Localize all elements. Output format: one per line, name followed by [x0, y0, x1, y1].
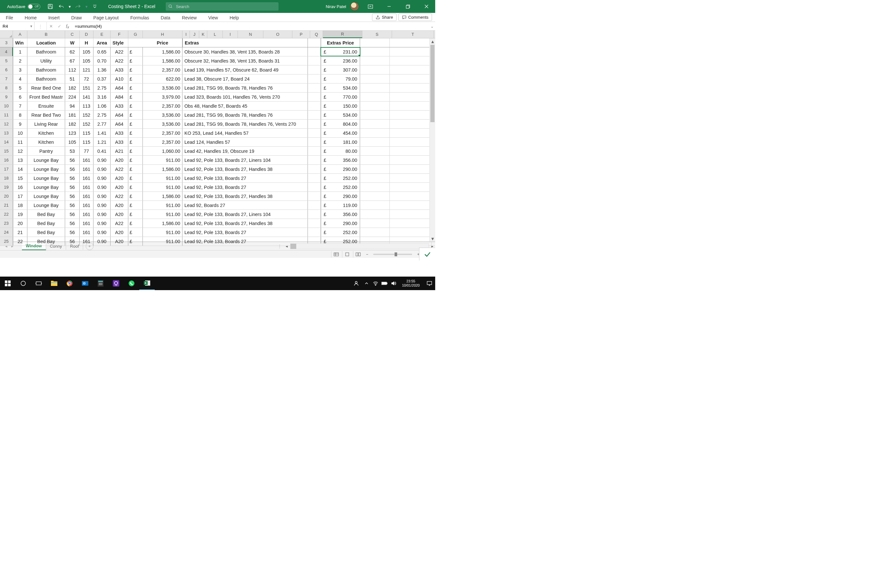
cell-blank[interactable] — [308, 228, 321, 237]
cell-location[interactable]: Lounge Bay — [27, 192, 65, 201]
cancel-formula-icon[interactable]: ✕ — [47, 24, 55, 29]
cell-blank[interactable] — [360, 84, 390, 92]
cell-h[interactable]: 161 — [80, 228, 93, 237]
cell-h[interactable]: 161 — [80, 201, 93, 210]
cell-blank[interactable] — [360, 192, 390, 201]
cell-blank[interactable] — [308, 84, 321, 92]
cell-header-win[interactable]: Win — [13, 38, 27, 47]
tab-review[interactable]: Review — [176, 14, 202, 22]
cell-h[interactable]: 161 — [80, 165, 93, 173]
row-header[interactable]: 25 — [0, 237, 13, 246]
row-header[interactable]: 4 — [0, 47, 13, 56]
cell-price[interactable]: 911.00 — [143, 156, 183, 164]
cell-blank[interactable] — [390, 75, 432, 83]
col-header[interactable]: H — [143, 31, 183, 38]
cell-win[interactable]: 3 — [13, 66, 27, 74]
cell-extras[interactable]: Obscure 30, Handles 38, Vent 135, Boards… — [183, 47, 308, 56]
cell-area[interactable]: 0.90 — [93, 156, 111, 164]
cell-extras[interactable]: Lead 92, Pole 133, Boards 27 — [183, 183, 308, 192]
cell-extras[interactable]: Lead 281, TSG 99, Boards 78, Handles 76,… — [183, 120, 308, 128]
cell-currency[interactable]: £ — [128, 192, 143, 201]
normal-view-icon[interactable] — [331, 251, 341, 258]
tab-formulas[interactable]: Formulas — [124, 14, 155, 22]
file-explorer-icon[interactable] — [46, 277, 62, 290]
cell-blank[interactable] — [360, 174, 390, 183]
cell-style[interactable]: A20 — [111, 156, 128, 164]
select-all-corner[interactable] — [0, 31, 13, 38]
cell-win[interactable]: 6 — [13, 93, 27, 101]
autosave-toggle[interactable]: Off — [28, 4, 40, 9]
cell-blank[interactable] — [360, 47, 390, 56]
row-header[interactable]: 24 — [0, 228, 13, 237]
cell-extras[interactable]: Lead 92, Pole 133, Boards 27 — [183, 237, 308, 246]
cell-win[interactable]: 8 — [13, 111, 27, 119]
cell-price[interactable]: 1,586.00 — [143, 219, 183, 228]
cell-h[interactable]: 72 — [80, 75, 93, 83]
cell-blank[interactable] — [308, 93, 321, 101]
cell-h[interactable]: 161 — [80, 183, 93, 192]
row-header[interactable]: 19 — [0, 183, 13, 192]
cell-currency[interactable]: £ — [128, 93, 143, 101]
cell-blank[interactable] — [308, 183, 321, 192]
cell-price[interactable]: 911.00 — [143, 237, 183, 246]
cell-area[interactable]: 0.90 — [93, 165, 111, 173]
cell-currency[interactable]: £ — [128, 75, 143, 83]
cell-currency[interactable]: £ — [128, 84, 143, 92]
cell-extras-price[interactable]: £290.00 — [321, 165, 360, 173]
calculator-icon[interactable] — [93, 277, 108, 290]
cell-extras-price[interactable]: £80.00 — [321, 147, 360, 155]
cell-blank[interactable] — [308, 174, 321, 183]
cell-h[interactable]: 161 — [80, 192, 93, 201]
minimize-icon[interactable] — [382, 0, 396, 13]
col-header[interactable]: O — [263, 31, 292, 38]
cell-blank[interactable] — [308, 165, 321, 173]
cell-blank[interactable] — [390, 165, 432, 173]
cell-currency[interactable]: £ — [128, 228, 143, 237]
cell-style[interactable]: A22 — [111, 192, 128, 201]
cell-blank[interactable] — [390, 210, 432, 219]
col-header[interactable]: F — [111, 31, 128, 38]
cell-win[interactable]: 14 — [13, 165, 27, 173]
cell-blank[interactable] — [308, 111, 321, 119]
search-box[interactable]: Search — [166, 2, 279, 10]
cell-extras-price[interactable]: £290.00 — [321, 192, 360, 201]
row-header[interactable]: 21 — [0, 201, 13, 210]
row-header[interactable]: 14 — [0, 138, 13, 146]
cell-style[interactable]: A20 — [111, 228, 128, 237]
cell-blank[interactable] — [308, 66, 321, 74]
col-header[interactable]: T — [392, 31, 434, 38]
col-header[interactable]: G — [128, 31, 143, 38]
cell-area[interactable]: 0.65 — [93, 47, 111, 56]
cell-price[interactable]: 911.00 — [143, 228, 183, 237]
cell-extras-price[interactable]: £454.00 — [321, 129, 360, 137]
cell-price[interactable]: 1,586.00 — [143, 192, 183, 201]
cell-extras-price[interactable]: £252.00 — [321, 228, 360, 237]
cell-w[interactable]: 181 — [65, 111, 80, 119]
cell-h[interactable]: 161 — [80, 237, 93, 246]
cell-currency[interactable]: £ — [128, 47, 143, 56]
row-header[interactable]: 17 — [0, 165, 13, 173]
cell-extras-price[interactable]: £79.00 — [321, 75, 360, 83]
cell-blank[interactable] — [308, 47, 321, 56]
cell-price[interactable]: 3,536.00 — [143, 111, 183, 119]
cell-style[interactable]: A22 — [111, 47, 128, 56]
cell-blank[interactable] — [390, 56, 432, 65]
col-header[interactable]: J — [190, 31, 199, 38]
cell-blank[interactable] — [308, 147, 321, 155]
scroll-up-icon[interactable]: ▴ — [430, 38, 435, 44]
cell-blank[interactable] — [390, 201, 432, 210]
col-header[interactable]: I — [223, 31, 238, 38]
cell-blank[interactable] — [360, 93, 390, 101]
col-header[interactable]: Q — [310, 31, 323, 38]
cell-area[interactable]: 3.16 — [93, 93, 111, 101]
tab-home[interactable]: Home — [19, 14, 42, 22]
cell-w[interactable]: 56 — [65, 174, 80, 183]
cell-price[interactable]: 2,357.00 — [143, 138, 183, 146]
cell-blank[interactable] — [360, 210, 390, 219]
scroll-thumb[interactable] — [430, 45, 435, 122]
cell-win[interactable]: 13 — [13, 156, 27, 164]
cell-blank[interactable] — [360, 147, 390, 155]
cell-extras[interactable]: Lead 38, Obscure 17, Board 24 — [183, 75, 308, 83]
cell-area[interactable]: 0.37 — [93, 75, 111, 83]
cell-blank[interactable] — [360, 219, 390, 228]
